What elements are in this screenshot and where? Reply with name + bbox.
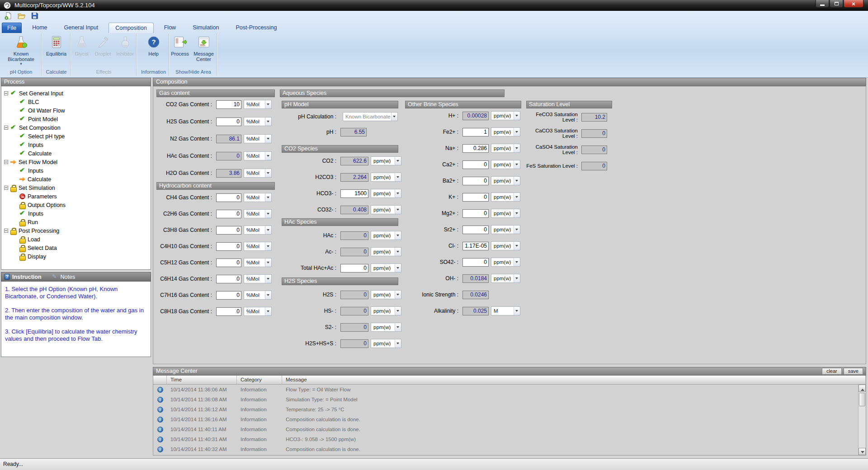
ribbon-button-process[interactable]: Process: [170, 34, 190, 62]
open-folder-button[interactable]: [17, 12, 26, 21]
unit-combobox[interactable]: ppm(w): [491, 127, 520, 136]
tree-item-select-ph-type[interactable]: Select pH type: [3, 132, 151, 141]
tree-item-run[interactable]: Run: [3, 218, 151, 226]
tab-simulation[interactable]: Simulation: [186, 23, 225, 33]
unit-combobox[interactable]: %Mol: [244, 193, 272, 202]
unit-combobox[interactable]: %Mol: [244, 307, 272, 316]
ca2-field[interactable]: [462, 160, 489, 169]
unit-combobox[interactable]: ppm(w): [491, 176, 520, 185]
c6h14-gas-content-field[interactable]: [216, 275, 241, 283]
tab-general-input[interactable]: General Input: [58, 23, 105, 33]
c2h6-gas-content-field[interactable]: [216, 210, 241, 218]
so42-field[interactable]: [462, 258, 489, 267]
tree-item-calculate[interactable]: Calculate: [3, 149, 151, 158]
unit-combobox[interactable]: %Mol: [244, 242, 272, 251]
unit-combobox[interactable]: ppm(w): [371, 156, 401, 165]
unit-combobox[interactable]: ppm(w): [371, 263, 401, 273]
c4h10-gas-content-field[interactable]: [216, 242, 241, 251]
h2s-gas-content-field[interactable]: [216, 118, 241, 126]
unit-combobox[interactable]: ppm(w): [491, 209, 520, 218]
unit-combobox[interactable]: %Mol: [244, 258, 272, 267]
ribbon-button-known-bicarbonate[interactable]: Known Bicarbonate▾: [2, 34, 41, 66]
save-button[interactable]: [30, 12, 39, 21]
unit-combobox[interactable]: ppm(w): [371, 306, 401, 315]
tree-item-output-options[interactable]: Output Options: [3, 201, 151, 209]
scrollbar-thumb[interactable]: [859, 393, 865, 406]
tree-item-inputs[interactable]: Inputs: [3, 141, 151, 149]
clear-button[interactable]: clear: [822, 368, 842, 375]
tree-item-select-data[interactable]: Select Data: [3, 244, 151, 252]
unit-combobox[interactable]: ppm(w): [491, 111, 520, 120]
k-field[interactable]: [462, 193, 489, 202]
unit-combobox[interactable]: ppm(w): [371, 323, 401, 332]
ribbon-button-equilibria[interactable]: Equilibria: [43, 34, 70, 56]
unit-combobox[interactable]: %Mol: [244, 100, 272, 109]
tree-item-set-simulation[interactable]: Set Simulation: [3, 183, 151, 192]
unit-combobox[interactable]: ppm(w): [371, 247, 401, 256]
tree-item-inputs[interactable]: Inputs: [3, 209, 151, 218]
co2-gas-content-field[interactable]: [216, 100, 241, 109]
unit-combobox[interactable]: %Mol: [244, 291, 272, 300]
unit-combobox[interactable]: ppm(w): [371, 205, 401, 214]
fe2-field[interactable]: [462, 128, 489, 136]
unit-combobox[interactable]: ppm(w): [371, 231, 401, 240]
tree-item-oil-water-flow[interactable]: Oil Water Flow: [3, 106, 151, 115]
new-file-button[interactable]: [4, 12, 13, 21]
unit-combobox[interactable]: ppm(w): [491, 241, 520, 250]
unit-combobox[interactable]: ppm(w): [491, 274, 520, 283]
ch4-gas-content-field[interactable]: [216, 193, 241, 202]
tree-item-set-composition[interactable]: Set Composition: [3, 123, 151, 132]
scroll-down-icon[interactable]: [859, 448, 866, 455]
save-button[interactable]: save: [844, 368, 863, 375]
ribbon-button-message-center[interactable]: Message Center: [191, 34, 217, 62]
hco3-field[interactable]: [340, 189, 368, 198]
unit-combobox[interactable]: %Mol: [244, 169, 272, 178]
c8h18-gas-content-field[interactable]: [216, 307, 241, 316]
tree-item-inputs[interactable]: Inputs: [3, 166, 151, 175]
unit-combobox[interactable]: %Mol: [244, 226, 272, 235]
unit-combobox[interactable]: ppm(w): [491, 144, 520, 153]
unit-combobox[interactable]: ppm(w): [491, 160, 520, 169]
tab-file[interactable]: File: [2, 23, 22, 33]
unit-combobox[interactable]: ppm(w): [371, 189, 401, 198]
tree-expander-icon[interactable]: [4, 229, 8, 233]
unit-combobox[interactable]: ppm(w): [371, 173, 401, 182]
tree-item-parameters[interactable]: Parameters: [3, 192, 151, 201]
tree-expander-icon[interactable]: [4, 126, 8, 130]
c3h8-gas-content-field[interactable]: [216, 226, 241, 235]
unit-combobox[interactable]: ppm(w): [371, 339, 401, 348]
tree-item-load[interactable]: Load: [3, 235, 151, 244]
message-row[interactable]: 10/14/2014 11:36:16 AMInformationComposi…: [153, 414, 866, 424]
tree-item-display[interactable]: Display: [3, 252, 151, 261]
tab-home[interactable]: Home: [26, 23, 53, 33]
close-button[interactable]: ×: [844, 0, 863, 8]
message-row[interactable]: 10/14/2014 11:36:12 AMInformationTempera…: [153, 404, 866, 414]
cl-field[interactable]: [462, 242, 489, 250]
ba2-field[interactable]: [462, 177, 489, 185]
c7h16-gas-content-field[interactable]: [216, 291, 241, 300]
unit-combobox[interactable]: M: [491, 306, 520, 315]
tab-composition[interactable]: Composition: [108, 23, 153, 33]
unit-combobox[interactable]: ppm(w): [371, 290, 401, 299]
message-row[interactable]: 10/14/2014 11:40:11 AMInformationComposi…: [153, 424, 866, 434]
unit-combobox[interactable]: ppm(w): [491, 225, 520, 234]
message-row[interactable]: 10/14/2014 11:36:08 AMInformationSimulat…: [153, 395, 866, 404]
ribbon-button-help[interactable]: ?Help: [141, 34, 167, 56]
message-row[interactable]: 10/14/2014 11:40:32 AMInformationComposi…: [153, 444, 866, 454]
mg2-field[interactable]: [462, 209, 489, 218]
c5h12-gas-content-field[interactable]: [216, 258, 241, 267]
message-row[interactable]: 10/14/2014 11:40:31 AMInformationHCO3-: …: [153, 434, 866, 444]
tree-item-post-processing[interactable]: Post Processing: [3, 226, 151, 235]
unit-combobox[interactable]: %Mol: [244, 117, 272, 126]
unit-combobox[interactable]: ppm(w): [491, 258, 520, 267]
sr2-field[interactable]: [462, 226, 489, 234]
na-field[interactable]: [462, 144, 489, 153]
total-hac-ac-field[interactable]: [340, 264, 368, 273]
tree-item-set-general-input[interactable]: Set General Input: [3, 89, 151, 98]
tree-expander-icon[interactable]: [4, 160, 8, 164]
message-scrollbar[interactable]: [858, 385, 866, 455]
tree-item-blc[interactable]: BLC: [3, 98, 151, 106]
tree-item-set-flow-model[interactable]: Set Flow Model: [3, 158, 151, 166]
unit-combobox[interactable]: %Mol: [244, 134, 272, 143]
tree-expander-icon[interactable]: [4, 186, 8, 190]
